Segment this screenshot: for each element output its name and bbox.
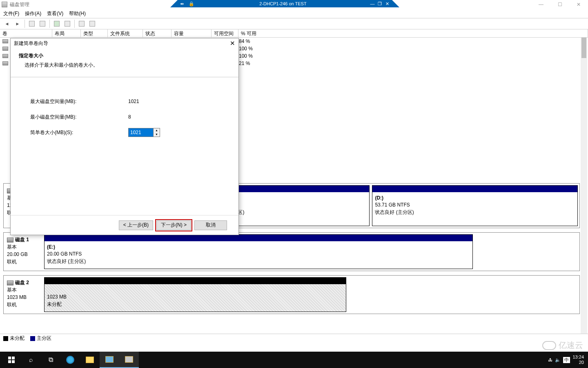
pct-free-value: 100 % [239, 53, 253, 59]
disk-1-size: 20.00 GB [7, 251, 42, 258]
remote-minimize-button[interactable]: — [369, 1, 376, 7]
toolbar-icon-1[interactable] [27, 20, 36, 28]
col-volume[interactable]: 卷 [0, 29, 52, 37]
disk-1-name: 磁盘 1 [15, 237, 29, 242]
app-icon [105, 356, 114, 363]
menu-action[interactable]: 操作(A) [25, 10, 41, 17]
remote-session-bar: ⇴ 🔒 2-DHCP1-246 on TEST — ❐ ✕ [178, 0, 392, 7]
new-simple-volume-wizard: 新建简单卷向导 ✕ 指定卷大小 选择介于最大和最小值的卷大小。 最大磁盘空间量(… [10, 38, 239, 235]
min-space-label: 最小磁盘空间量(MB): [30, 114, 128, 121]
min-space-value: 8 [128, 114, 131, 120]
volume-size-input[interactable] [128, 128, 154, 137]
window-controls: — ☐ ✕ [532, 0, 588, 9]
disk2-unallocated[interactable]: 1023 MB 未分配 [44, 277, 346, 312]
disk-1-status: 联机 [7, 258, 42, 265]
next-button[interactable]: 下一步(N) > [156, 220, 191, 230]
taskbar: ⌕ ⧉ 🖧 🔈 中 13:24 20 [0, 352, 588, 368]
taskbar-app-2[interactable] [119, 352, 139, 368]
task-view-button[interactable]: ⧉ [41, 352, 60, 368]
toolbar-back-button[interactable]: ◄ [2, 20, 11, 28]
toolbar-icon-6[interactable] [88, 20, 97, 28]
explorer-button[interactable] [80, 352, 100, 368]
disk-2-type: 基本 [7, 286, 42, 294]
partition-d-size: 53.71 GB NTFS [375, 202, 575, 209]
disk-2-label: 磁盘 2 基本 1023 MB 联机 [5, 277, 44, 312]
taskbar-clock[interactable]: 13:24 20 [572, 355, 584, 365]
disk-2-name: 磁盘 2 [15, 280, 29, 285]
menu-bar: 文件(F) 操作(A) 查看(V) 帮助(H) [0, 9, 588, 18]
legend-unallocated: 未分配 [10, 335, 24, 341]
disk-icon [7, 280, 13, 285]
toolbar-icon-5[interactable] [77, 20, 86, 28]
partition-e-size: 20.00 GB NTFS [47, 251, 470, 258]
toolbar-icon-2[interactable] [38, 20, 47, 28]
col-filesystem[interactable]: 文件系统 [108, 29, 143, 37]
volume-size-spinner: ▲ ▼ [128, 128, 160, 137]
partition-d-title: (D:) [375, 195, 575, 202]
partition-e-status: 状态良好 (主分区) [47, 258, 470, 265]
disk-1-type: 基本 [7, 243, 42, 251]
remote-close-button[interactable]: ✕ [384, 1, 390, 7]
disk-panel-2: 磁盘 2 基本 1023 MB 联机 1023 MB 未分配 [3, 275, 580, 314]
toolbar: ◄ ► [0, 18, 588, 29]
wizard-body: 最大磁盘空间量(MB): 1021 最小磁盘空间量(MB): 8 简单卷大小(M… [11, 77, 238, 157]
volume-icon [2, 39, 8, 43]
col-freespace[interactable]: 可用空间 [212, 29, 238, 37]
tray-network-icon[interactable]: 🖧 [548, 357, 552, 362]
remote-restore-button[interactable]: ❐ [376, 1, 383, 7]
disk0-partition-d[interactable]: (D:) 53.71 GB NTFS 状态良好 (主分区) [372, 185, 578, 226]
start-button[interactable] [2, 352, 21, 368]
window-maximize-button[interactable]: ☐ [550, 0, 569, 9]
col-capacity[interactable]: 容量 [172, 29, 212, 37]
col-status[interactable]: 状态 [143, 29, 172, 37]
disk-icon [7, 238, 13, 242]
cancel-button[interactable]: 取消 [194, 220, 227, 230]
vertical-scrollbar[interactable] [581, 38, 587, 334]
wizard-header: 指定卷大小 选择介于最大和最小值的卷大小。 [11, 48, 238, 77]
window-close-button[interactable]: ✕ [569, 0, 588, 9]
menu-view[interactable]: 查看(V) [47, 10, 63, 17]
wizard-heading: 指定卷大小 [19, 52, 230, 59]
col-type[interactable]: 类型 [81, 29, 108, 37]
partition-d-status: 状态良好 (主分区) [375, 209, 575, 216]
max-space-label: 最大磁盘空间量(MB): [30, 98, 128, 105]
volume-size-label: 简单卷大小(MB)(S): [30, 129, 128, 136]
legend: 未分配 主分区 [0, 334, 588, 343]
search-button[interactable]: ⌕ [21, 352, 41, 368]
toolbar-icon-4[interactable] [63, 20, 72, 28]
app-title: 磁盘管理 [10, 1, 29, 8]
app-icon [125, 356, 133, 363]
wizard-titlebar: 新建简单卷向导 ✕ [11, 38, 238, 48]
max-space-value: 1021 [128, 99, 139, 104]
pct-free-value: 100 % [239, 46, 253, 52]
col-layout[interactable]: 布局 [52, 29, 81, 37]
system-tray: 🖧 🔈 中 13:24 20 [548, 355, 586, 365]
toolbar-icon-3[interactable] [52, 20, 61, 28]
unalloc-status: 未分配 [47, 301, 343, 308]
wizard-footer: < 上一步(B) 下一步(N) > 取消 [11, 215, 238, 235]
menu-file[interactable]: 文件(F) [3, 10, 19, 17]
volume-icon [2, 47, 8, 51]
spinner-up-button[interactable]: ▲ [154, 128, 160, 132]
taskbar-app-1[interactable] [100, 352, 119, 368]
col-pct-free[interactable]: % 可用 [238, 29, 588, 37]
spinner-down-button[interactable]: ▼ [154, 132, 160, 137]
pin-icon[interactable]: ⇴ [178, 1, 186, 7]
window-minimize-button[interactable]: — [532, 0, 550, 9]
volume-table-header: 卷 布局 类型 文件系统 状态 容量 可用空间 % 可用 [0, 29, 588, 38]
clock-time: 13:24 [572, 355, 584, 360]
toolbar-forward-button[interactable]: ► [13, 20, 22, 28]
back-button[interactable]: < 上一步(B) [119, 220, 153, 230]
volume-icon [2, 54, 8, 58]
menu-help[interactable]: 帮助(H) [69, 10, 86, 17]
remote-title: 2-DHCP1-246 on TEST [197, 1, 369, 6]
clock-date: 20 [572, 360, 584, 365]
ie-button[interactable] [60, 352, 80, 368]
disk1-partition-e[interactable]: (E:) 20.00 GB NTFS 状态良好 (主分区) [44, 234, 473, 269]
volume-icon [2, 61, 8, 65]
tray-volume-icon[interactable]: 🔈 [555, 357, 561, 363]
wizard-close-button[interactable]: ✕ [230, 40, 235, 47]
disk-2-size: 1023 MB [7, 294, 42, 301]
ime-indicator[interactable]: 中 [563, 357, 570, 363]
folder-icon [86, 357, 94, 363]
